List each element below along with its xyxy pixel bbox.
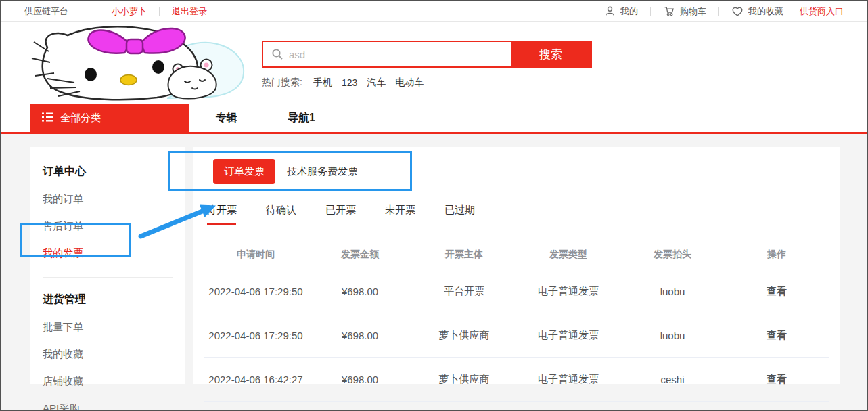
sidebar-item-my-favorites[interactable]: 我的收藏 <box>43 348 185 361</box>
cart-icon <box>663 5 675 17</box>
main-nav: 全部分类 专辑 导航1 <box>1 104 867 132</box>
view-link[interactable]: 查看 <box>725 373 829 386</box>
app-window: 供应链平台 小小萝卜 退出登录 我的 购物车 <box>0 0 868 411</box>
divider <box>159 7 160 16</box>
col-action: 操作 <box>725 248 829 261</box>
hot-keyword[interactable]: 123 <box>342 77 357 88</box>
site-header: 搜索 热门搜索: 手机 123 汽车 电动车 全部分类 专辑 导航1 <box>1 22 867 132</box>
platform-brand: 供应链平台 <box>24 5 68 18</box>
sidebar-list: 批量下单 我的收藏 店铺收藏 API采购 <box>43 321 185 411</box>
page-content: 订单中心 我的订单 售后订单 我的发票 进货管理 批量下单 我的收藏 店铺收藏 … <box>1 134 867 384</box>
search-box: 搜索 <box>262 41 592 68</box>
divider <box>43 277 173 278</box>
my-account-link[interactable]: 我的 <box>604 5 638 18</box>
search-button[interactable]: 搜索 <box>511 42 591 66</box>
cell-issuer: 平台开票 <box>412 285 516 298</box>
sidebar-item-aftersale-orders[interactable]: 售后订单 <box>43 220 185 233</box>
cell-apply-time: 2022-04-06 17:29:50 <box>204 286 308 297</box>
sidebar: 订单中心 我的订单 售后订单 我的发票 进货管理 批量下单 我的收藏 店铺收藏 … <box>30 147 185 384</box>
divider <box>718 7 719 16</box>
col-apply-time: 申请时间 <box>204 248 308 261</box>
table-row: 2022-04-06 16:42:27 ¥698.00 萝卜供应商 电子普通发票… <box>204 358 829 402</box>
logout-link[interactable]: 退出登录 <box>172 5 207 18</box>
sidebar-item-my-orders[interactable]: 我的订单 <box>43 193 185 206</box>
status-tab-pending[interactable]: 待开票 <box>206 204 237 225</box>
status-tab-to-confirm[interactable]: 待确认 <box>266 204 296 225</box>
col-issuer: 开票主体 <box>412 248 516 261</box>
cat-logo-image <box>28 24 248 101</box>
divider <box>650 7 651 16</box>
table-header-row: 申请时间 发票金额 开票主体 发票类型 发票抬头 操作 <box>204 240 829 269</box>
invoice-panel: 订单发票 技术服务费发票 待开票 待确认 已开票 未开票 已过期 申请时间 发票… <box>193 147 840 384</box>
cell-title: luobu <box>620 286 725 297</box>
hot-keyword[interactable]: 汽车 <box>367 77 386 89</box>
cell-amount: ¥698.00 <box>308 330 412 341</box>
heart-icon <box>731 6 744 17</box>
tab-order-invoice[interactable]: 订单发票 <box>213 159 275 184</box>
list-icon <box>42 112 53 124</box>
sidebar-section-purchase-mgmt: 进货管理 <box>43 293 185 307</box>
person-icon <box>604 5 616 17</box>
sidebar-section-order-center: 订单中心 <box>43 165 185 179</box>
site-logo[interactable] <box>28 24 248 101</box>
table-row: 2022-04-06 17:29:50 ¥698.00 萝卜供应商 电子普通发票… <box>204 313 829 358</box>
tab-tech-service-invoice[interactable]: 技术服务费发票 <box>287 165 358 178</box>
cell-title: luobu <box>620 330 725 341</box>
search-input[interactable] <box>283 42 511 66</box>
invoice-status-tabs: 待开票 待确认 已开票 未开票 已过期 <box>206 204 829 225</box>
favorites-link[interactable]: 我的收藏 <box>731 5 783 18</box>
all-categories-label: 全部分类 <box>60 112 101 125</box>
all-categories-button[interactable]: 全部分类 <box>30 104 189 132</box>
cell-issuer: 萝卜供应商 <box>412 373 516 386</box>
col-type: 发票类型 <box>516 248 620 261</box>
view-link[interactable]: 查看 <box>725 329 829 342</box>
view-link[interactable]: 查看 <box>725 285 829 298</box>
invoice-table: 申请时间 发票金额 开票主体 发票类型 发票抬头 操作 2022-04-06 1… <box>204 240 829 402</box>
cell-type: 电子普通发票 <box>516 329 620 342</box>
sidebar-item-my-invoices[interactable]: 我的发票 <box>43 247 185 260</box>
sidebar-item-bulk-order[interactable]: 批量下单 <box>43 321 185 334</box>
status-tab-expired[interactable]: 已过期 <box>444 204 475 225</box>
username-link[interactable]: 小小萝卜 <box>112 5 147 18</box>
cell-type: 电子普通发票 <box>516 373 620 386</box>
cell-amount: ¥698.00 <box>308 286 412 297</box>
status-tab-not-issued[interactable]: 未开票 <box>385 204 415 225</box>
hot-search-label: 热门搜索: <box>262 77 302 89</box>
col-title: 发票抬头 <box>620 248 725 261</box>
cart-label: 购物车 <box>680 5 706 18</box>
cell-apply-time: 2022-04-06 16:42:27 <box>204 374 308 385</box>
nav-item-album[interactable]: 专辑 <box>216 111 237 125</box>
cell-apply-time: 2022-04-06 17:29:50 <box>204 330 308 341</box>
table-row: 2022-04-06 17:29:50 ¥698.00 平台开票 电子普通发票 … <box>204 269 829 313</box>
favorites-label: 我的收藏 <box>748 5 783 18</box>
cell-type: 电子普通发票 <box>516 285 620 298</box>
sidebar-item-shop-favorites[interactable]: 店铺收藏 <box>43 375 185 388</box>
cell-issuer: 萝卜供应商 <box>412 329 516 342</box>
nav-item-nav1[interactable]: 导航1 <box>288 111 315 125</box>
sidebar-list: 我的订单 售后订单 我的发票 <box>43 193 185 260</box>
hot-keyword[interactable]: 电动车 <box>395 77 424 89</box>
col-amount: 发票金额 <box>308 248 412 261</box>
search-icon <box>263 42 283 66</box>
status-tab-issued[interactable]: 已开票 <box>325 204 356 225</box>
cart-link[interactable]: 购物车 <box>663 5 706 18</box>
invoice-type-tabs: 订单发票 技术服务费发票 <box>213 159 829 184</box>
search-area: 搜索 热门搜索: 手机 123 汽车 电动车 <box>262 41 592 89</box>
my-account-label: 我的 <box>620 5 638 18</box>
topbar-right: 我的 购物车 我的收藏 供货商入口 <box>604 5 844 18</box>
topbar: 供应链平台 小小萝卜 退出登录 我的 购物车 <box>1 1 867 22</box>
cell-amount: ¥698.00 <box>308 374 412 385</box>
hot-keyword[interactable]: 手机 <box>313 77 332 89</box>
sidebar-item-api-purchase[interactable]: API采购 <box>43 402 185 411</box>
cell-title: ceshi <box>620 374 725 385</box>
hot-search-row: 热门搜索: 手机 123 汽车 电动车 <box>262 77 592 89</box>
supplier-entry-link[interactable]: 供货商入口 <box>800 5 844 18</box>
